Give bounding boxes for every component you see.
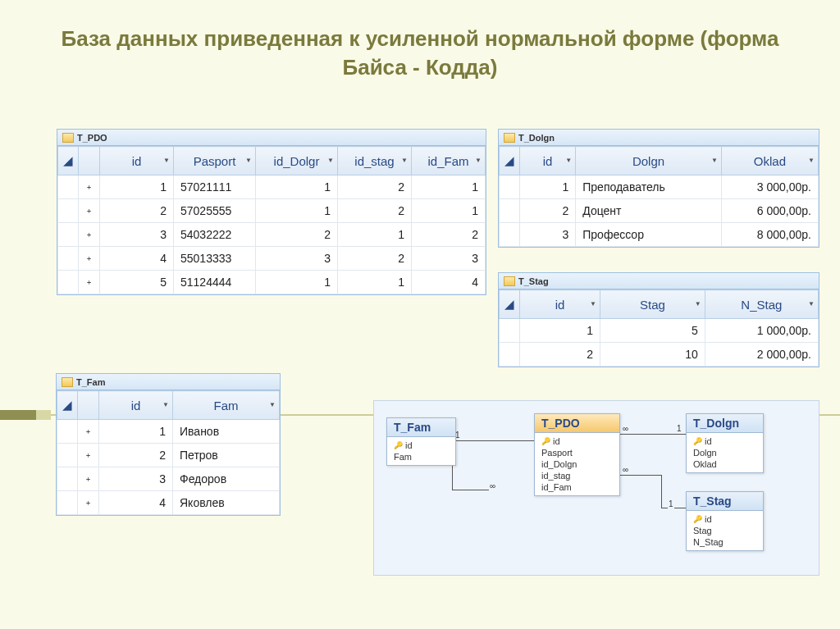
- entity-field: Fam: [392, 451, 450, 463]
- expand-header: [78, 391, 99, 420]
- column-header[interactable]: id_Dolgr▼: [256, 147, 338, 175]
- table-row[interactable]: 2102 000,00р.: [500, 343, 819, 367]
- table-row[interactable]: ＋455013333323: [58, 247, 486, 271]
- entity-fam[interactable]: T_Fam id Fam: [386, 417, 456, 466]
- column-header[interactable]: id▼: [100, 147, 174, 175]
- relation-label-many: ∞: [622, 424, 629, 433]
- window-tab[interactable]: T_Fam: [57, 374, 280, 390]
- row-selector-header[interactable]: ◢: [500, 290, 520, 319]
- column-header[interactable]: id▼: [520, 290, 600, 319]
- entity-stag[interactable]: T_Stag id Stag N_Stag: [686, 491, 764, 551]
- datasheet-pdo[interactable]: ◢ id▼ Pasport▼ id_Dolgr▼ id_stag▼ id_Fam…: [57, 146, 486, 294]
- table-row[interactable]: 3Профессор8 000,00р.: [500, 223, 819, 247]
- window-tab[interactable]: T_Dolgn: [499, 130, 819, 146]
- entity-title: T_Stag: [687, 492, 763, 511]
- entity-field: Dolgn: [692, 447, 758, 458]
- row-selector-header[interactable]: ◢: [58, 147, 79, 175]
- entity-field: Oklad: [692, 458, 758, 470]
- expand-icon[interactable]: ＋: [79, 199, 100, 223]
- column-header[interactable]: id_Fam▼: [412, 147, 486, 175]
- datasheet-icon: [62, 377, 73, 387]
- expand-icon[interactable]: ＋: [78, 491, 99, 515]
- expand-icon[interactable]: ＋: [78, 420, 99, 444]
- datasheet-dolgn[interactable]: ◢ id▼ Dolgn▼ Oklad▼ 1Преподаватель3 000,…: [499, 146, 819, 247]
- relation-label-many: ∞: [489, 481, 496, 490]
- dropdown-icon[interactable]: ▼: [807, 157, 815, 165]
- column-header[interactable]: id▼: [99, 391, 173, 420]
- row-selector-header[interactable]: ◢: [500, 147, 520, 175]
- relation-line: [452, 490, 489, 490]
- dropdown-icon[interactable]: ▼: [474, 157, 482, 165]
- datasheet-fam[interactable]: ◢ id▼ Fam▼ ＋1Иванов ＋2Петров ＋3Федоров ＋…: [57, 390, 280, 515]
- column-header[interactable]: Oklad▼: [721, 147, 818, 175]
- relation-line: [661, 475, 662, 508]
- column-header[interactable]: N_Stag▼: [705, 290, 818, 319]
- page-title: База данных приведенная к усиленной норм…: [0, 0, 840, 98]
- dropdown-icon[interactable]: ▼: [326, 157, 335, 165]
- relation-label-one: 1: [668, 499, 674, 508]
- entity-field: id_stag: [540, 470, 614, 481]
- relation-label-many: ∞: [622, 465, 629, 474]
- entity-field: id: [540, 435, 614, 447]
- column-header[interactable]: Dolgn▼: [576, 147, 722, 175]
- table-row[interactable]: 2Доцент6 000,00р.: [500, 199, 819, 223]
- dropdown-icon[interactable]: ▼: [268, 401, 276, 409]
- dropdown-icon[interactable]: ▼: [807, 300, 815, 308]
- entity-title: T_Dolgn: [687, 414, 763, 433]
- entity-pdo[interactable]: T_PDO id Pasport id_Dolgn id_stag id_Fam: [534, 413, 620, 496]
- window-tab-title: T_PDO: [77, 133, 107, 143]
- expand-icon[interactable]: ＋: [79, 271, 100, 294]
- dropdown-icon[interactable]: ▼: [244, 157, 253, 165]
- column-header[interactable]: id_stag▼: [338, 147, 412, 175]
- expand-icon[interactable]: ＋: [79, 223, 100, 247]
- dropdown-icon[interactable]: ▼: [694, 300, 702, 308]
- entity-field: Pasport: [540, 447, 614, 458]
- entity-field: id_Dolgn: [540, 458, 614, 470]
- table-row[interactable]: ＋4Яковлев: [57, 491, 280, 515]
- relationship-diagram[interactable]: 1 ∞ ∞ 1 ∞ 1 T_Fam id Fam T_PDO id Paspor…: [373, 400, 819, 576]
- expand-icon[interactable]: ＋: [79, 247, 100, 271]
- table-row[interactable]: ＋2Петров: [57, 444, 280, 467]
- row-selector-header[interactable]: ◢: [57, 391, 78, 420]
- entity-title: T_PDO: [535, 414, 619, 433]
- dropdown-icon[interactable]: ▼: [564, 157, 573, 165]
- table-row[interactable]: ＋1Иванов: [57, 420, 280, 444]
- dropdown-icon[interactable]: ▼: [400, 157, 409, 165]
- relation-line: [620, 434, 686, 435]
- entity-field: N_Stag: [692, 536, 758, 548]
- entity-field: id: [692, 513, 758, 525]
- window-tab[interactable]: T_Stag: [499, 273, 819, 289]
- datasheet-icon: [504, 276, 515, 286]
- window-tab[interactable]: T_PDO: [57, 130, 486, 146]
- window-tab-title: T_Dolgn: [518, 133, 555, 143]
- entity-field: id: [692, 435, 758, 447]
- table-row[interactable]: ＋257025555121: [58, 199, 486, 223]
- table-row[interactable]: ＋354032222212: [58, 223, 486, 247]
- column-header[interactable]: id▼: [520, 147, 576, 175]
- table-row[interactable]: 1Преподаватель3 000,00р.: [500, 175, 819, 199]
- table-row[interactable]: ＋3Федоров: [57, 467, 280, 491]
- dropdown-icon[interactable]: ▼: [710, 157, 719, 165]
- dropdown-icon[interactable]: ▼: [162, 157, 171, 165]
- table-row[interactable]: 151 000,00р.: [500, 319, 819, 343]
- table-row[interactable]: ＋551124444114: [58, 271, 486, 294]
- relation-line: [620, 475, 661, 476]
- table-row[interactable]: ＋157021111121: [58, 175, 486, 199]
- expand-icon[interactable]: ＋: [78, 467, 99, 491]
- entity-dolgn[interactable]: T_Dolgn id Dolgn Oklad: [686, 413, 764, 473]
- window-tab-title: T_Fam: [76, 377, 105, 387]
- column-header[interactable]: Pasport▼: [174, 147, 256, 175]
- entity-field: id_Fam: [540, 481, 614, 493]
- window-tab-title: T_Stag: [518, 276, 549, 286]
- entity-title: T_Fam: [387, 418, 455, 437]
- datasheet-stag[interactable]: ◢ id▼ Stag▼ N_Stag▼ 151 000,00р. 2102 00…: [499, 289, 819, 367]
- relation-label-one: 1: [676, 424, 682, 433]
- table-window-stag: T_Stag ◢ id▼ Stag▼ N_Stag▼ 151 000,00р. …: [498, 272, 819, 367]
- column-header[interactable]: Fam▼: [173, 391, 280, 420]
- column-header[interactable]: Stag▼: [600, 290, 705, 319]
- table-window-pdo: T_PDO ◢ id▼ Pasport▼ id_Dolgr▼ id_stag▼ …: [57, 129, 486, 295]
- expand-icon[interactable]: ＋: [78, 444, 99, 467]
- dropdown-icon[interactable]: ▼: [589, 300, 597, 308]
- expand-icon[interactable]: ＋: [79, 175, 100, 199]
- dropdown-icon[interactable]: ▼: [162, 401, 170, 409]
